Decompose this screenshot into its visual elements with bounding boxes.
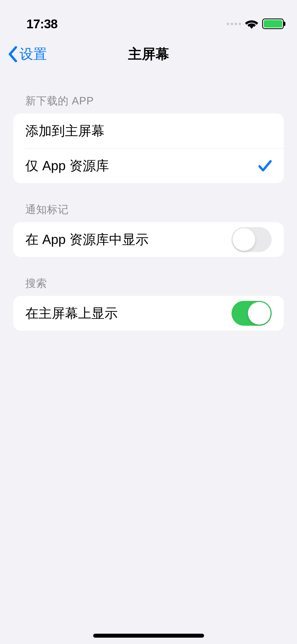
group-new-apps: 添加到主屏幕 仅 App 资源库	[13, 113, 284, 183]
status-indicators	[227, 19, 284, 29]
option-label: 仅 App 资源库	[25, 157, 109, 175]
section-badges: 通知标记 在 App 资源库中显示	[13, 202, 284, 257]
group-badges: 在 App 资源库中显示	[13, 222, 284, 257]
row-show-in-library: 在 App 资源库中显示	[13, 222, 284, 257]
section-header-new-apps: 新下载的 APP	[13, 94, 284, 113]
section-header-badges: 通知标记	[13, 202, 284, 222]
group-search: 在主屏幕上显示	[13, 296, 284, 331]
back-label: 设置	[20, 45, 47, 63]
home-indicator[interactable]	[93, 634, 204, 638]
status-bar: 17:38	[0, 0, 297, 37]
back-button[interactable]: 设置	[7, 45, 47, 63]
checkmark-icon	[258, 160, 272, 172]
row-label: 在 App 资源库中显示	[25, 231, 149, 249]
cellular-dots-icon	[227, 23, 241, 25]
option-add-to-home[interactable]: 添加到主屏幕	[13, 113, 284, 148]
row-show-on-home: 在主屏幕上显示	[13, 296, 284, 331]
section-header-search: 搜索	[13, 276, 284, 296]
option-label: 添加到主屏幕	[25, 122, 105, 140]
section-new-apps: 新下载的 APP 添加到主屏幕 仅 App 资源库	[13, 94, 284, 183]
status-time: 17:38	[26, 17, 58, 31]
option-app-library-only[interactable]: 仅 App 资源库	[13, 148, 284, 183]
settings-content: 新下载的 APP 添加到主屏幕 仅 App 资源库 通知标记 在 App 资源库…	[0, 71, 297, 331]
toggle-show-in-library[interactable]	[232, 227, 272, 252]
battery-icon	[262, 19, 284, 29]
page-title: 主屏幕	[128, 45, 169, 63]
toggle-show-on-home[interactable]	[232, 301, 272, 326]
row-label: 在主屏幕上显示	[25, 305, 118, 322]
navigation-bar: 设置 主屏幕	[0, 37, 297, 71]
section-search: 搜索 在主屏幕上显示	[13, 276, 284, 331]
chevron-left-icon	[7, 46, 18, 62]
wifi-icon	[245, 19, 258, 29]
